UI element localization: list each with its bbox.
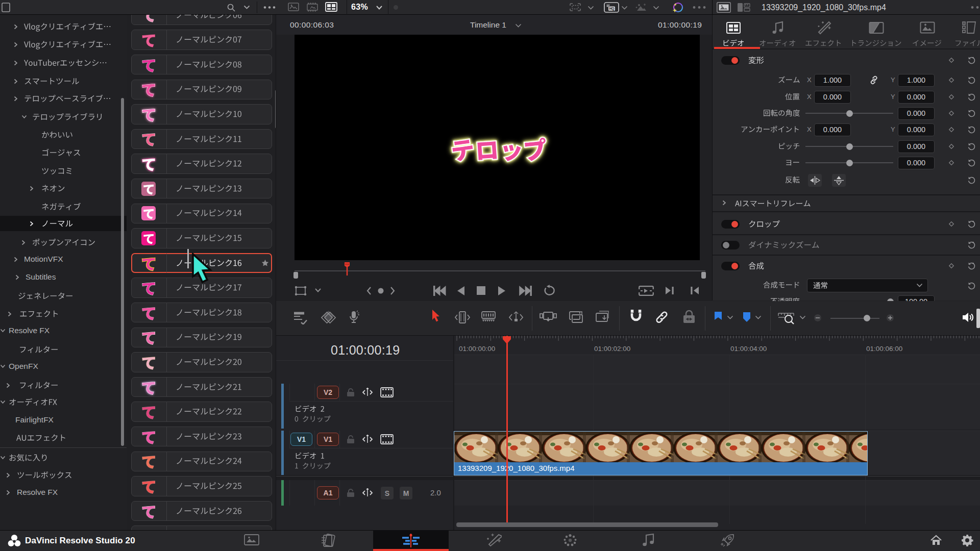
svg-text:HQ: HQ [609, 7, 615, 11]
